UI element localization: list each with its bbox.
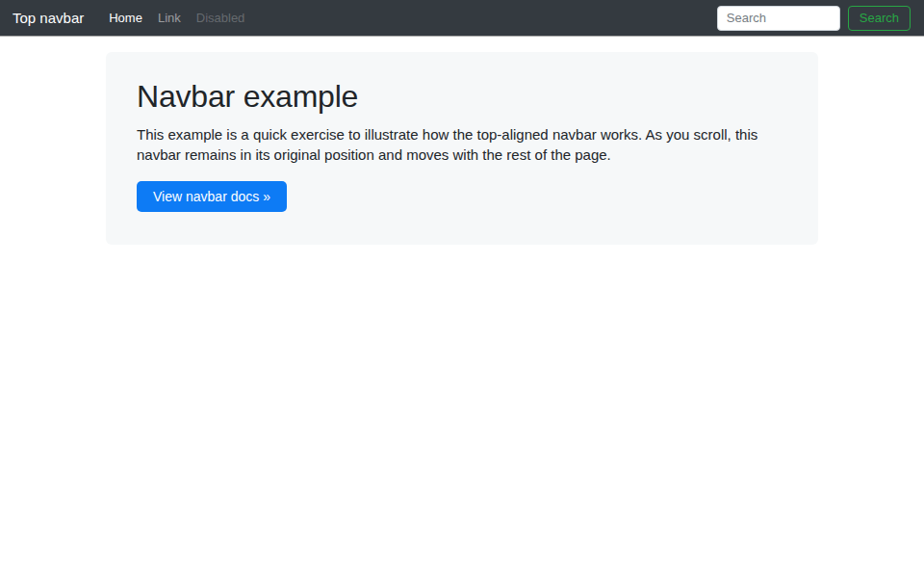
jumbotron-description: This example is a quick exercise to illu…: [137, 124, 787, 165]
nav-item-disabled: Disabled: [189, 7, 253, 29]
nav-item-home: Home: [101, 7, 150, 29]
top-navbar: Top navbar Home Link Disabled Search: [0, 0, 924, 36]
jumbotron-card: Navbar example This example is a quick e…: [106, 52, 818, 245]
nav-link-link[interactable]: Link: [150, 7, 189, 29]
search-button[interactable]: Search: [848, 6, 911, 31]
navbar-brand[interactable]: Top navbar: [13, 10, 84, 26]
navbar-search-form: Search: [717, 6, 911, 31]
nav-link-home[interactable]: Home: [101, 7, 150, 29]
page-content: Navbar example This example is a quick e…: [0, 36, 924, 245]
page-title: Navbar example: [137, 79, 787, 115]
search-input[interactable]: [717, 6, 840, 31]
nav-item-link: Link: [150, 7, 189, 29]
view-navbar-docs-button[interactable]: View navbar docs »: [137, 181, 287, 212]
navbar-nav: Home Link Disabled: [101, 7, 252, 29]
nav-link-disabled: Disabled: [189, 7, 253, 29]
